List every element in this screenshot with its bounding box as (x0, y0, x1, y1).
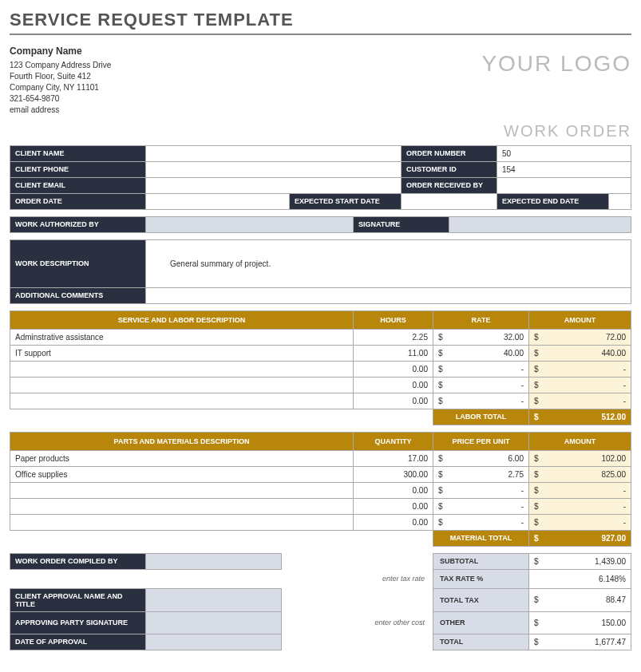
service-rate[interactable]: $40.00 (433, 345, 529, 361)
other-label: OTHER (433, 611, 529, 634)
client-phone-label: CLIENT PHONE (10, 161, 146, 177)
order-number-value[interactable]: 50 (497, 145, 631, 161)
work-authorized-by-label: WORK AUTHORIZED BY (10, 216, 146, 232)
client-name-value[interactable] (146, 145, 402, 161)
order-received-by-label: ORDER RECEIVED BY (402, 177, 497, 193)
signature-value[interactable] (449, 216, 631, 232)
parts-price[interactable]: $- (433, 514, 529, 530)
service-rate[interactable]: $- (433, 361, 529, 377)
total-value: $1,677.47 (529, 634, 631, 650)
labor-total-label: LABOR TOTAL (433, 409, 529, 425)
service-rate[interactable]: $32.00 (433, 329, 529, 345)
expected-end-value[interactable] (609, 193, 631, 209)
service-desc[interactable] (10, 393, 354, 409)
table-row: Paper products 17.00 $6.00 $102.00 (10, 450, 631, 466)
work-order-label: WORK ORDER (10, 122, 631, 140)
total-tax-label: TOTAL TAX (433, 588, 529, 611)
additional-comments-label: ADDITIONAL COMMENTS (10, 287, 146, 303)
compiled-by-label: WORK ORDER COMPILED BY (10, 553, 146, 569)
service-rate[interactable]: $- (433, 377, 529, 393)
order-received-by-value[interactable] (497, 177, 631, 193)
parts-price[interactable]: $6.00 (433, 450, 529, 466)
parts-desc[interactable] (10, 514, 354, 530)
service-hours[interactable]: 0.00 (354, 377, 433, 393)
work-authorized-by-value[interactable] (146, 216, 354, 232)
parts-materials-table: PARTS AND MATERIALS DESCRIPTION QUANTITY… (10, 432, 631, 547)
service-desc[interactable] (10, 377, 354, 393)
service-hours-header: HOURS (354, 310, 433, 329)
parts-price-header: PRICE PER UNIT (433, 432, 529, 450)
table-row: 0.00 $- $- (10, 361, 631, 377)
client-email-label: CLIENT EMAIL (10, 177, 146, 193)
tax-rate-label: TAX RATE % (433, 569, 529, 588)
service-hours[interactable]: 2.25 (354, 329, 433, 345)
order-date-value[interactable] (146, 193, 290, 209)
parts-price[interactable]: $2.75 (433, 466, 529, 482)
parts-qty[interactable]: 300.00 (354, 466, 433, 482)
signature-label: SIGNATURE (354, 216, 449, 232)
service-amount: $440.00 (529, 345, 631, 361)
client-email-value[interactable] (146, 177, 402, 193)
subtotal-value: $1,439.00 (529, 553, 631, 569)
parts-desc[interactable] (10, 498, 354, 514)
service-rate[interactable]: $- (433, 393, 529, 409)
logo-placeholder: YOUR LOGO (481, 45, 631, 116)
table-row: 0.00 $- $- (10, 514, 631, 530)
table-row: Adminstrative assistance 2.25 $32.00 $72… (10, 329, 631, 345)
labor-total-value: $512.00 (529, 409, 631, 425)
parts-desc[interactable]: Office supplies (10, 466, 354, 482)
work-description-value[interactable]: General summary of project. (146, 239, 631, 287)
service-hours[interactable]: 0.00 (354, 361, 433, 377)
date-of-approval-value[interactable] (146, 634, 282, 650)
parts-desc[interactable]: Paper products (10, 450, 354, 466)
table-row: 0.00 $- $- (10, 377, 631, 393)
enter-other-cost-note: enter other cost (282, 611, 433, 634)
parts-qty[interactable]: 17.00 (354, 450, 433, 466)
compiled-by-value[interactable] (146, 553, 282, 569)
description-table: WORK DESCRIPTION General summary of proj… (10, 239, 631, 304)
bottom-section: WORK ORDER COMPILED BY SUBTOTAL $1,439.0… (10, 553, 631, 650)
parts-desc[interactable] (10, 482, 354, 498)
additional-comments-value[interactable] (146, 287, 631, 303)
tax-rate-value[interactable]: 6.148% (529, 569, 631, 588)
service-hours[interactable]: 11.00 (354, 345, 433, 361)
total-tax-value: $88.47 (529, 588, 631, 611)
service-desc[interactable] (10, 361, 354, 377)
client-name-label: CLIENT NAME (10, 145, 146, 161)
parts-price[interactable]: $- (433, 498, 529, 514)
parts-amount: $- (529, 514, 631, 530)
service-rate-header: RATE (433, 310, 529, 329)
service-amount: $72.00 (529, 329, 631, 345)
company-addr1: 123 Company Address Drive (10, 60, 111, 71)
date-of-approval-label: DATE OF APPROVAL (10, 634, 146, 650)
client-phone-value[interactable] (146, 161, 402, 177)
client-approval-value[interactable] (146, 588, 282, 611)
parts-amount-header: AMOUNT (529, 432, 631, 450)
table-row: IT support 11.00 $40.00 $440.00 (10, 345, 631, 361)
signature-table: WORK AUTHORIZED BY SIGNATURE (10, 216, 631, 233)
table-row: 0.00 $- $- (10, 393, 631, 409)
table-row: Office supplies 300.00 $2.75 $825.00 (10, 466, 631, 482)
approving-party-sig-value[interactable] (146, 611, 282, 634)
order-number-label: ORDER NUMBER (402, 145, 497, 161)
service-hours[interactable]: 0.00 (354, 393, 433, 409)
parts-qty[interactable]: 0.00 (354, 514, 433, 530)
expected-start-value[interactable] (402, 193, 497, 209)
parts-amount: $- (529, 482, 631, 498)
company-phone: 321-654-9870 (10, 93, 111, 105)
parts-price[interactable]: $- (433, 482, 529, 498)
company-addr3: Company City, NY 11101 (10, 82, 111, 93)
company-email: email address (10, 105, 111, 116)
customer-id-value[interactable]: 154 (497, 161, 631, 177)
service-desc[interactable]: Adminstrative assistance (10, 329, 354, 345)
parts-qty[interactable]: 0.00 (354, 482, 433, 498)
service-desc[interactable]: IT support (10, 345, 354, 361)
material-total-label: MATERIAL TOTAL (433, 530, 529, 546)
expected-end-label: EXPECTED END DATE (497, 193, 609, 209)
subtotal-label: SUBTOTAL (433, 553, 529, 569)
service-labor-table: SERVICE AND LABOR DESCRIPTION HOURS RATE… (10, 310, 631, 425)
company-name: Company Name (10, 45, 111, 58)
parts-qty[interactable]: 0.00 (354, 498, 433, 514)
other-value[interactable]: $150.00 (529, 611, 631, 634)
company-block: Company Name 123 Company Address Drive F… (10, 45, 111, 116)
